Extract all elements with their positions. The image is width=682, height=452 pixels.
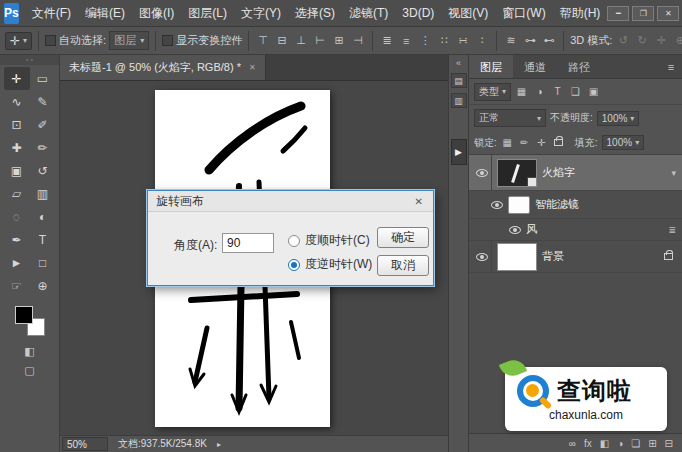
- distribute-left-icon[interactable]: ∷: [436, 32, 452, 50]
- visibility-toggle[interactable]: [473, 241, 492, 272]
- align-horizontal-centers-icon[interactable]: ⊞: [331, 32, 347, 50]
- filter-adjustment-layers-icon[interactable]: ◑: [532, 84, 547, 100]
- cancel-button[interactable]: 取消: [377, 255, 429, 276]
- layer-name[interactable]: 智能滤镜: [535, 197, 678, 212]
- clockwise-radio[interactable]: [288, 235, 300, 247]
- menu-3d[interactable]: 3D(D): [395, 0, 441, 27]
- crop-tool[interactable]: ⊡: [4, 113, 30, 136]
- new-layer-icon[interactable]: ⊞: [648, 438, 656, 449]
- quick-selection-tool[interactable]: ✎: [30, 90, 56, 113]
- lock-position-icon[interactable]: ✛: [535, 137, 548, 148]
- opacity-dropdown[interactable]: 100% ▾: [597, 111, 640, 126]
- maximize-button[interactable]: ❐: [632, 6, 654, 21]
- panel-menu-icon[interactable]: ≡: [660, 55, 682, 78]
- distribute-vertical-centers-icon[interactable]: ≡: [398, 32, 414, 50]
- filter-pixel-layers-icon[interactable]: ▦: [514, 84, 529, 100]
- clone-stamp-tool[interactable]: ▣: [4, 159, 30, 182]
- gradient-tool[interactable]: ▥: [30, 182, 56, 205]
- add-mask-icon[interactable]: ◧: [600, 438, 609, 449]
- marquee-tool[interactable]: ▭: [30, 67, 56, 90]
- layer-thumbnail[interactable]: [497, 159, 537, 187]
- menu-edit[interactable]: 编辑(E): [78, 0, 132, 27]
- panel-grip[interactable]: • •: [0, 55, 59, 65]
- tab-channels[interactable]: 通道: [513, 55, 557, 78]
- screen-mode-icon[interactable]: ▢: [24, 364, 34, 377]
- layer-name[interactable]: 背景: [542, 249, 659, 264]
- zoom-tool[interactable]: ⊕: [30, 274, 56, 297]
- history-brush-tool[interactable]: ↺: [30, 159, 56, 182]
- auto-blend-icon[interactable]: ⊶: [522, 32, 538, 50]
- align-right-edges-icon[interactable]: ⊣: [350, 32, 366, 50]
- lock-transparency-icon[interactable]: ▦: [501, 137, 514, 148]
- distribute-right-icon[interactable]: ∶: [474, 32, 490, 50]
- show-transform-checkbox[interactable]: [162, 35, 173, 46]
- layer-row-smart-filters[interactable]: 智能滤镜: [469, 191, 682, 219]
- counterclockwise-option[interactable]: 度逆时针(W): [288, 256, 372, 273]
- close-button[interactable]: ✕: [657, 6, 679, 21]
- filter-smart-objects-icon[interactable]: ▣: [586, 84, 601, 100]
- smart-filter-collapse-icon[interactable]: ▾: [671, 168, 676, 178]
- angle-input[interactable]: [222, 233, 274, 253]
- menu-filter[interactable]: 滤镜(T): [342, 0, 395, 27]
- smart-filter-mask-thumbnail[interactable]: [508, 196, 530, 214]
- move-tool[interactable]: ✛: [4, 67, 30, 90]
- actions-play-button[interactable]: ▶: [451, 139, 467, 165]
- align-left-edges-icon[interactable]: ⊢: [312, 32, 328, 50]
- menu-window[interactable]: 窗口(W): [495, 0, 552, 27]
- filter-type-dropdown[interactable]: 类型 ▾: [474, 83, 511, 101]
- eyedropper-tool[interactable]: ✐: [30, 113, 56, 136]
- filter-blend-options-icon[interactable]: ≣: [668, 225, 676, 235]
- 3d-slide-icon[interactable]: ⊕: [672, 32, 682, 50]
- brush-tool[interactable]: ✏: [30, 136, 56, 159]
- menu-layer[interactable]: 图层(L): [181, 0, 234, 27]
- layer-name[interactable]: 风: [526, 222, 663, 237]
- clockwise-option[interactable]: 度顺时针(C): [288, 232, 370, 249]
- layer-thumbnail[interactable]: [497, 243, 537, 271]
- align-top-edges-icon[interactable]: ⊤: [255, 32, 271, 50]
- delete-layer-icon[interactable]: ⊟: [665, 438, 673, 449]
- lasso-tool[interactable]: ∿: [4, 90, 30, 113]
- eye-icon[interactable]: [491, 201, 503, 209]
- layer-row-wind-filter[interactable]: 风 ≣: [469, 219, 682, 241]
- link-layers-icon[interactable]: ∞: [569, 438, 576, 449]
- auto-select-target-dropdown[interactable]: 图层 ▾: [109, 31, 149, 50]
- path-selection-tool[interactable]: ►: [4, 251, 30, 274]
- layer-row-flame-text[interactable]: 火焰字 ▾: [469, 155, 682, 191]
- minimize-button[interactable]: ━: [607, 6, 629, 21]
- layer-row-background[interactable]: 背景: [469, 241, 682, 273]
- hand-tool[interactable]: ☞: [4, 274, 30, 297]
- distribute-bottom-icon[interactable]: ⋮: [417, 32, 433, 50]
- ok-button[interactable]: 确定: [377, 227, 429, 248]
- blend-mode-dropdown[interactable]: 正常 ▾: [474, 109, 546, 127]
- layer-name[interactable]: 火焰字: [542, 165, 666, 180]
- align-vertical-centers-icon[interactable]: ⊟: [274, 32, 290, 50]
- visibility-toggle[interactable]: [473, 155, 492, 190]
- menu-view[interactable]: 视图(V): [441, 0, 495, 27]
- lock-pixels-icon[interactable]: ✏: [518, 137, 531, 148]
- current-tool-chip[interactable]: ✛ ▾: [5, 32, 32, 50]
- status-options-caret[interactable]: ▸: [217, 440, 221, 449]
- menu-file[interactable]: 文件(F): [25, 0, 78, 27]
- auto-align-icon[interactable]: ≋: [503, 32, 519, 50]
- collapse-panels-icon[interactable]: «: [456, 58, 461, 68]
- healing-brush-tool[interactable]: ✚: [4, 136, 30, 159]
- align-bottom-edges-icon[interactable]: ⊥: [293, 32, 309, 50]
- counterclockwise-radio[interactable]: [288, 259, 300, 271]
- workspace-icon[interactable]: ⊷: [541, 32, 557, 50]
- dialog-title-bar[interactable]: 旋转画布 ✕: [148, 191, 433, 212]
- zoom-level-field[interactable]: 50%: [62, 437, 108, 451]
- blur-tool[interactable]: ◌: [4, 205, 30, 228]
- tab-close-icon[interactable]: ✕: [249, 63, 256, 72]
- distribute-horizontal-centers-icon[interactable]: ∺: [455, 32, 471, 50]
- eye-icon[interactable]: [509, 226, 521, 234]
- lock-all-icon[interactable]: [554, 139, 563, 146]
- tab-layers[interactable]: 图层: [469, 55, 513, 78]
- 3d-drag-icon[interactable]: ✛: [653, 32, 669, 50]
- new-group-icon[interactable]: ❏: [631, 438, 640, 449]
- distribute-top-icon[interactable]: ≣: [379, 32, 395, 50]
- eraser-tool[interactable]: ▱: [4, 182, 30, 205]
- dialog-close-icon[interactable]: ✕: [413, 196, 425, 207]
- foreground-color-swatch[interactable]: [15, 306, 33, 324]
- adjustment-layer-icon[interactable]: ◑: [617, 438, 623, 449]
- document-tab[interactable]: 未标题-1 @ 50% (火焰字, RGB/8) * ✕: [60, 55, 266, 80]
